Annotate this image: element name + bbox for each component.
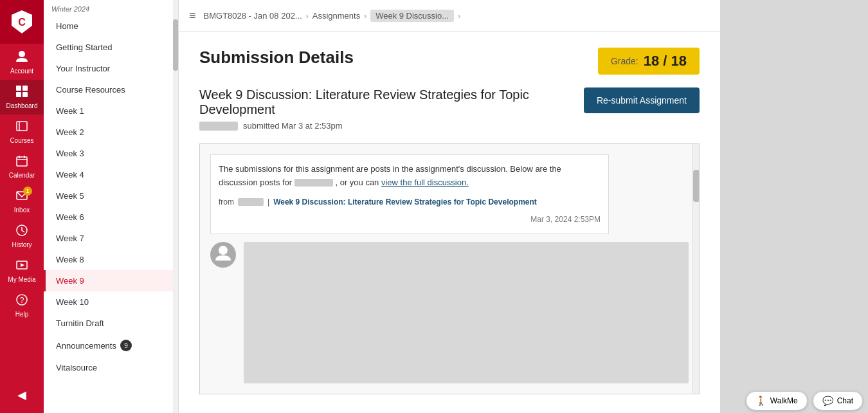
calendar-icon bbox=[15, 154, 28, 169]
grade-box: Grade: 18 / 18 bbox=[598, 48, 700, 75]
sidebar-item-week4[interactable]: Week 4 bbox=[44, 164, 178, 185]
sidebar-item-history[interactable]: History bbox=[0, 219, 44, 253]
submission-frame: The submissions for this assignment are … bbox=[199, 143, 700, 394]
view-full-discussion-link[interactable]: view the full discussion. bbox=[381, 178, 469, 187]
sidebar-item-week6[interactable]: Week 6 bbox=[44, 206, 178, 228]
walkme-label: WalkMe bbox=[770, 396, 798, 405]
sidebar-item-mymedia[interactable]: My Media bbox=[0, 253, 44, 288]
chat-label: Chat bbox=[837, 396, 853, 405]
submitter-avatar-placeholder bbox=[199, 122, 238, 131]
submission-text2: , or you can bbox=[335, 178, 379, 187]
sidebar-item-week8[interactable]: Week 8 bbox=[44, 249, 178, 270]
submission-timestamp: Mar 3, 2024 2:53PM bbox=[219, 214, 601, 226]
svg-rect-7 bbox=[17, 122, 27, 131]
main-content: ≡ BMGT8028 - Jan 08 202... › Assignments… bbox=[179, 0, 720, 413]
from-label: from bbox=[219, 196, 234, 208]
left-navigation: C Account Dashboard Courses Calendar 1 I… bbox=[0, 0, 44, 413]
breadcrumb-course[interactable]: BMGT8028 - Jan 08 202... bbox=[204, 11, 302, 21]
help-icon: ? bbox=[15, 293, 28, 308]
content-header: Submission Details Grade: 18 / 18 bbox=[199, 48, 700, 75]
sidebar-season: Winter 2024 bbox=[44, 0, 178, 15]
sidebar-item-dashboard[interactable]: Dashboard bbox=[0, 80, 44, 115]
right-panel bbox=[720, 0, 868, 413]
nav-collapse-area: ◀ bbox=[0, 382, 44, 413]
chat-button[interactable]: 💬 Chat bbox=[813, 391, 863, 410]
from-name-placeholder bbox=[238, 198, 264, 206]
svg-rect-9 bbox=[17, 157, 27, 166]
dashboard-icon bbox=[15, 85, 28, 100]
svg-text:C: C bbox=[18, 17, 26, 28]
submitted-text: submitted Mar 3 at 2:53pm bbox=[243, 121, 343, 131]
sidebar-item-courses[interactable]: Courses bbox=[0, 115, 44, 149]
courseroom-logo[interactable]: C bbox=[0, 0, 44, 44]
svg-rect-4 bbox=[23, 86, 28, 91]
breadcrumb: BMGT8028 - Jan 08 202... › Assignments ›… bbox=[204, 10, 461, 22]
menu-icon[interactable]: ≡ bbox=[189, 9, 196, 23]
breadcrumb-sep-3: › bbox=[458, 12, 460, 21]
resubmit-button[interactable]: Re-submit Assignment bbox=[584, 87, 700, 113]
frame-scrollbar bbox=[692, 144, 699, 394]
sidebar-item-help[interactable]: ? Help bbox=[0, 288, 44, 323]
svg-rect-5 bbox=[16, 92, 21, 97]
page-title: Submission Details bbox=[199, 48, 354, 68]
sidebar-item-week10[interactable]: Week 10 bbox=[44, 291, 178, 313]
sidebar-item-week5[interactable]: Week 5 bbox=[44, 185, 178, 206]
sidebar-item-account[interactable]: Account bbox=[0, 44, 44, 80]
course-sidebar: Winter 2024 Home Getting Started Your In… bbox=[44, 0, 179, 413]
submission-inner: The submissions for this assignment are … bbox=[210, 154, 609, 234]
account-icon bbox=[15, 49, 29, 65]
breadcrumb-current: Week 9 Discussio... bbox=[370, 10, 454, 22]
svg-point-19 bbox=[219, 246, 228, 255]
sidebar-item-vitalsource[interactable]: Vitalsource bbox=[44, 357, 178, 378]
sidebar-item-inbox[interactable]: 1 Inbox bbox=[0, 184, 44, 219]
assignment-info: Week 9 Discussion: Literature Review Str… bbox=[199, 87, 584, 131]
history-icon bbox=[15, 224, 28, 239]
assignment-section: Week 9 Discussion: Literature Review Str… bbox=[199, 87, 700, 131]
submission-from: from | Week 9 Discussion: Literature Rev… bbox=[219, 196, 601, 208]
walkme-icon: 🚶 bbox=[755, 396, 766, 406]
user-icon bbox=[214, 244, 232, 266]
sidebar-item-turnitin-draft[interactable]: Turnitin Draft bbox=[44, 313, 178, 334]
svg-marker-16 bbox=[21, 263, 24, 267]
sidebar-item-course-resources[interactable]: Course Resources bbox=[44, 79, 178, 100]
sidebar-item-week3[interactable]: Week 3 bbox=[44, 143, 178, 164]
walkme-button[interactable]: 🚶 WalkMe bbox=[746, 391, 808, 410]
breadcrumb-assignments[interactable]: Assignments bbox=[312, 11, 360, 21]
topbar: ≡ BMGT8028 - Jan 08 202... › Assignments… bbox=[179, 0, 720, 32]
sidebar-item-week1[interactable]: Week 1 bbox=[44, 100, 178, 122]
chat-icon: 💬 bbox=[822, 396, 833, 406]
svg-rect-6 bbox=[23, 92, 28, 97]
sidebar-item-your-instructor[interactable]: Your Instructor bbox=[44, 58, 178, 79]
mymedia-icon bbox=[15, 259, 28, 273]
assignment-title: Week 9 Discussion: Literature Review Str… bbox=[199, 87, 584, 117]
breadcrumb-sep-1: › bbox=[306, 12, 309, 21]
sidebar-item-calendar[interactable]: Calendar bbox=[0, 149, 44, 184]
sidebar-item-home[interactable]: Home bbox=[44, 15, 178, 37]
sidebar-scrollbar bbox=[173, 0, 178, 413]
post-content-placeholder bbox=[244, 242, 689, 383]
sidebar-item-announcements[interactable]: Announcements 9 bbox=[44, 334, 178, 357]
collapse-nav-button[interactable]: ◀ bbox=[0, 382, 44, 408]
announcements-badge: 9 bbox=[120, 340, 132, 351]
sidebar-item-week2[interactable]: Week 2 bbox=[44, 122, 178, 143]
walkme-bar: 🚶 WalkMe 💬 Chat bbox=[741, 389, 868, 413]
sidebar-item-week9[interactable]: Week 9 bbox=[44, 270, 178, 291]
sidebar-item-getting-started[interactable]: Getting Started bbox=[44, 37, 178, 58]
post-avatar bbox=[210, 242, 236, 268]
grade-label: Grade: bbox=[611, 56, 638, 66]
discussion-link[interactable]: Week 9 Discussion: Literature Review Str… bbox=[273, 196, 537, 208]
submitted-info: submitted Mar 3 at 2:53pm bbox=[199, 121, 584, 131]
breadcrumb-sep-2: › bbox=[364, 12, 366, 21]
svg-point-2 bbox=[19, 51, 25, 57]
student-name-placeholder bbox=[294, 179, 333, 187]
sidebar-item-week7[interactable]: Week 7 bbox=[44, 228, 178, 249]
courses-icon bbox=[15, 120, 28, 134]
inbox-icon: 1 bbox=[15, 189, 28, 204]
grade-value: 18 / 18 bbox=[644, 53, 687, 69]
content-area: Submission Details Grade: 18 / 18 Week 9… bbox=[179, 32, 720, 413]
post-area bbox=[210, 242, 689, 383]
svg-rect-3 bbox=[16, 86, 21, 91]
svg-text:?: ? bbox=[20, 296, 24, 305]
